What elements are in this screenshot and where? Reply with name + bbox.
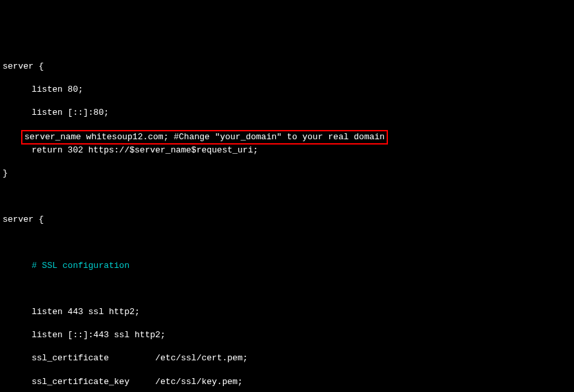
code-line: server { [3, 61, 571, 73]
code-line: server_name whitesoup12.com; #Change "yo… [24, 132, 385, 142]
code-line: server { [3, 214, 571, 226]
code-line: listen 443 ssl http2; [3, 306, 571, 318]
code-line: ssl_certificate_key /etc/ssl/key.pem; [3, 376, 571, 388]
code-line: return 302 https://$server_name$request_… [3, 145, 571, 156]
comment-line: # SSL configuration [3, 260, 571, 272]
blank-line [3, 237, 571, 249]
code-line: listen 80; [3, 84, 571, 96]
code-line: listen [::]:443 ssl http2; [3, 329, 571, 341]
code-line: } [3, 168, 571, 180]
highlighted-server-name-1: server_name whitesoup12.com; #Change "yo… [21, 130, 388, 145]
code-line: listen [::]:80; [3, 107, 571, 119]
editor-content[interactable]: server { listen 80; listen [::]:80; serv… [3, 49, 571, 392]
blank-line [3, 283, 571, 295]
code-line: ssl_certificate /etc/ssl/cert.pem; [3, 352, 571, 364]
blank-line [3, 191, 571, 203]
